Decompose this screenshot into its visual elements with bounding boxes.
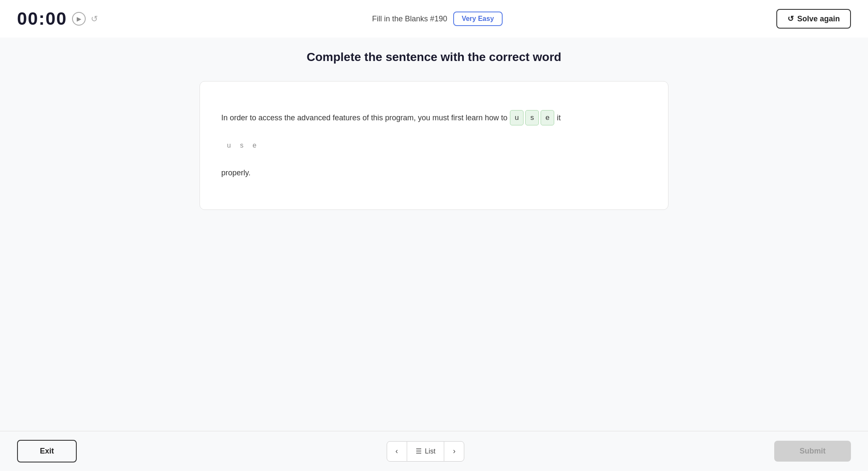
prev-button[interactable]: ‹ — [387, 441, 407, 462]
refresh-icon: ↺ — [91, 14, 98, 23]
timer-section: 00:00 ▶ ↺ — [17, 9, 98, 29]
sentence-wrapper: In order to access the advanced features… — [221, 107, 647, 184]
hint-e: e — [250, 136, 259, 155]
solve-again-button[interactable]: ↺ Solve again — [776, 9, 851, 29]
puzzle-title: Fill in the Blanks #190 — [372, 15, 447, 23]
nav-section: ‹ ☰ List › — [387, 441, 465, 462]
main-content: Complete the sentence with the correct w… — [0, 38, 868, 431]
next-button[interactable]: › — [444, 441, 464, 462]
next-icon: › — [453, 447, 455, 456]
sentence-end-word: properly. — [221, 169, 251, 177]
footer: Exit ‹ ☰ List › Submit — [0, 431, 868, 471]
reset-timer-button[interactable]: ↺ — [91, 14, 98, 24]
timer-display: 00:00 — [17, 9, 67, 29]
play-icon: ▶ — [77, 15, 81, 22]
center-section: Fill in the Blanks #190 Very Easy — [372, 12, 503, 26]
letter-box-e: e — [541, 110, 554, 125]
page-heading: Complete the sentence with the correct w… — [307, 50, 561, 64]
sentence-end: properly. — [221, 162, 647, 183]
blank-letters: u s e — [510, 110, 554, 125]
list-button[interactable]: ☰ List — [407, 441, 444, 462]
sentence-after: it — [557, 107, 561, 128]
prev-icon: ‹ — [396, 447, 398, 456]
answer-hint-row: u s e — [223, 133, 647, 155]
exit-button[interactable]: Exit — [17, 440, 77, 462]
play-button[interactable]: ▶ — [72, 12, 86, 26]
letter-box-u: u — [510, 110, 524, 125]
list-label: List — [425, 448, 436, 455]
solve-again-label: Solve again — [797, 15, 840, 23]
sentence-before: In order to access the advanced features… — [221, 107, 507, 128]
header: 00:00 ▶ ↺ Fill in the Blanks #190 Very E… — [0, 0, 868, 38]
sentence-line-1: In order to access the advanced features… — [221, 107, 647, 128]
sentence-card: In order to access the advanced features… — [200, 81, 668, 210]
answer-hint: u s e — [223, 136, 259, 155]
list-icon: ☰ — [416, 447, 422, 455]
submit-button: Submit — [774, 441, 851, 462]
hint-s: s — [237, 136, 246, 155]
hint-u: u — [225, 136, 233, 155]
difficulty-badge[interactable]: Very Easy — [453, 12, 503, 26]
letter-box-s: s — [525, 110, 539, 125]
solve-again-icon: ↺ — [787, 14, 794, 23]
